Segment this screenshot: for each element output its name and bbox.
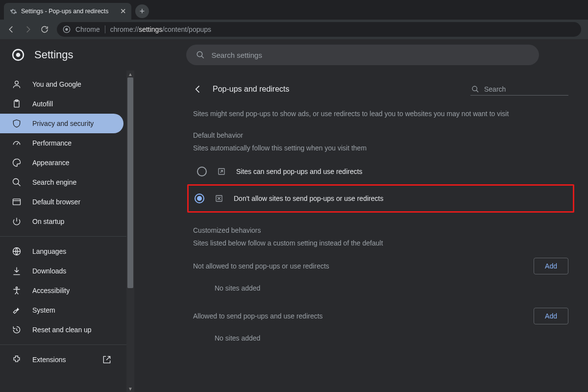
sidebar-item-downloads[interactable]: Downloads	[0, 261, 123, 281]
svg-point-8	[13, 179, 19, 185]
custom-list-not-allowed: Not allowed to send pop-ups or use redir…	[193, 258, 568, 274]
sidebar-item-default-browser[interactable]: Default browser	[0, 192, 123, 212]
inline-search-placeholder: Search	[484, 85, 506, 93]
empty-state-text: No sites added	[193, 324, 568, 347]
scroll-down-arrow-icon[interactable]: ▼	[126, 385, 134, 392]
custom-list-allowed: Allowed to send pop-ups and use redirect…	[193, 308, 568, 324]
new-tab-button[interactable]: +	[135, 4, 149, 18]
omnibox[interactable]: Chrome chrome://settings/content/popups	[57, 22, 581, 37]
browser-toolbar: Chrome chrome://settings/content/popups	[0, 20, 588, 39]
nav-reload-button[interactable]	[40, 25, 49, 34]
chrome-icon	[63, 25, 71, 33]
search-icon	[196, 50, 205, 59]
sidebar-item-extensions[interactable]: Extensions	[0, 350, 123, 369]
sidebar-scrollbar[interactable]: ▲ ▼	[126, 71, 134, 392]
sidebar-item-label: System	[32, 306, 55, 314]
sidebar-item-autofill[interactable]: Autofill	[0, 94, 123, 114]
svg-point-3	[16, 53, 21, 57]
scrollbar-thumb[interactable]	[127, 77, 133, 288]
page-back-button[interactable]	[193, 84, 203, 94]
sidebar-item-label: You and Google	[32, 80, 81, 88]
wrench-icon	[12, 305, 22, 315]
search-icon	[471, 85, 479, 93]
add-button[interactable]: Add	[534, 308, 568, 324]
tab-title: Settings - Pop-ups and redirects	[21, 8, 109, 15]
inline-search-box[interactable]: Search	[470, 83, 568, 96]
scroll-up-arrow-icon[interactable]: ▲	[126, 71, 134, 77]
section-title: Default behavior	[193, 131, 568, 139]
custom-list-label: Allowed to send pop-ups and use redirect…	[193, 312, 323, 320]
sidebar-item-label: Search engine	[32, 178, 76, 186]
omnibox-scheme-label: Chrome	[75, 25, 100, 33]
sidebar-item-reset-cleanup[interactable]: Reset and clean up	[0, 320, 123, 340]
add-button[interactable]: Add	[534, 258, 568, 274]
nav-forward-button[interactable]	[24, 25, 32, 34]
sidebar-item-languages[interactable]: Languages	[0, 242, 123, 261]
page-description: Sites might send pop-ups to show ads, or…	[193, 110, 568, 118]
radio-option-block[interactable]: Don't allow sites to send pop-ups or use…	[191, 186, 571, 211]
gauge-icon	[12, 138, 22, 148]
omnibox-separator	[105, 25, 105, 33]
person-icon	[12, 79, 22, 89]
section-subtitle: Sites automatically follow this setting …	[193, 144, 568, 152]
radio-button[interactable]	[197, 167, 207, 176]
svg-point-1	[65, 28, 68, 30]
palette-icon	[12, 158, 22, 168]
shield-icon	[12, 119, 22, 128]
sidebar-item-label: Extensions	[32, 356, 66, 364]
sidebar-item-search-engine[interactable]: Search engine	[0, 172, 123, 192]
sidebar-divider	[0, 344, 126, 345]
clipboard-icon	[12, 99, 22, 109]
sidebar-item-system[interactable]: System	[0, 300, 123, 320]
sidebar-item-label: On startup	[32, 218, 64, 225]
download-icon	[12, 266, 22, 276]
page-header: Pop-ups and redirects Search	[193, 76, 568, 102]
popup-allow-icon	[217, 167, 226, 176]
page-title: Pop-ups and redirects	[213, 85, 290, 94]
radio-option-allow[interactable]: Sites can send pop-ups and use redirects	[193, 159, 568, 184]
section-title: Customized behaviors	[193, 226, 568, 234]
nav-back-button[interactable]	[7, 25, 16, 34]
svg-point-4	[197, 51, 202, 57]
settings-search-box[interactable]: Search settings	[186, 45, 539, 65]
sidebar-item-privacy-security[interactable]: Privacy and security	[0, 114, 123, 133]
sidebar-item-label: Languages	[32, 247, 66, 255]
settings-search-placeholder: Search settings	[212, 51, 262, 59]
sidebar-item-performance[interactable]: Performance	[0, 133, 123, 153]
sidebar-item-label: Privacy and security	[32, 120, 94, 127]
omnibox-url: chrome://settings/content/popups	[110, 25, 211, 33]
accessibility-icon	[12, 286, 22, 295]
sidebar-item-on-startup[interactable]: On startup	[0, 212, 123, 231]
customized-behaviors-section: Customized behaviors Sites listed below …	[193, 226, 568, 347]
app-body: You and Google Autofill Privacy and secu…	[0, 71, 588, 392]
radio-button[interactable]	[195, 194, 204, 203]
search-icon	[12, 177, 22, 187]
sidebar-item-accessibility[interactable]: Accessibility	[0, 281, 123, 300]
tab-close-button[interactable]: ✕	[120, 8, 126, 15]
chrome-logo-icon	[12, 49, 24, 61]
sidebar: You and Google Autofill Privacy and secu…	[0, 71, 126, 392]
sidebar-item-you-and-google[interactable]: You and Google	[0, 74, 123, 94]
app-header: Settings Search settings	[0, 39, 588, 71]
sidebar-item-appearance[interactable]: Appearance	[0, 153, 123, 172]
history-icon	[12, 325, 22, 335]
highlighted-selection: Don't allow sites to send pop-ups or use…	[187, 184, 574, 213]
svg-rect-9	[13, 199, 21, 205]
sidebar-item-label: Appearance	[32, 159, 70, 167]
power-icon	[12, 217, 22, 226]
custom-list-label: Not allowed to send pop-ups or use redir…	[193, 262, 329, 270]
sidebar-item-label: Reset and clean up	[32, 326, 92, 334]
sidebar-item-label: Downloads	[32, 267, 66, 275]
tab-strip: Settings - Pop-ups and redirects ✕ +	[0, 0, 588, 20]
browser-tab[interactable]: Settings - Pop-ups and redirects ✕	[4, 3, 131, 20]
globe-icon	[12, 246, 22, 256]
sidebar-item-label: Accessibility	[32, 287, 70, 294]
sidebar-item-label: Autofill	[32, 100, 53, 108]
svg-point-12	[472, 86, 477, 91]
browser-icon	[12, 197, 22, 207]
empty-state-text: No sites added	[193, 274, 568, 297]
sidebar-divider	[0, 236, 126, 237]
svg-point-5	[15, 81, 19, 84]
sidebar-item-label: Default browser	[32, 198, 80, 206]
default-behavior-section: Default behavior Sites automatically fol…	[193, 131, 568, 213]
